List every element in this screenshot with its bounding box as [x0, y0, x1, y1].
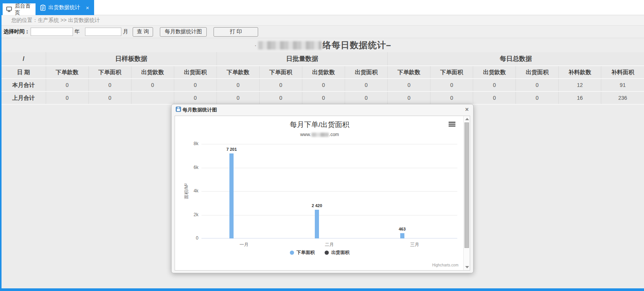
col-header: 下单面积: [259, 66, 302, 79]
gridline: [201, 168, 457, 168]
group-header: /: [2, 52, 46, 66]
cell: 0: [302, 79, 345, 91]
col-header: 出货面积: [174, 66, 217, 79]
y-axis-tick-labels: 02k4k6k8k: [175, 144, 198, 238]
tab-label: 后台首页: [15, 3, 36, 16]
col-header: 下单面积: [430, 66, 473, 79]
scrollbar-thumb[interactable]: [464, 122, 469, 248]
chart-bar[interactable]: [229, 153, 234, 238]
chart-bar[interactable]: [400, 233, 404, 238]
cell: 0: [388, 79, 430, 91]
col-header: 出货面积: [516, 66, 559, 79]
cell: 0: [430, 91, 473, 104]
cell: 0: [217, 79, 259, 91]
legend-item[interactable]: 出货面积: [325, 249, 350, 256]
gridline: [201, 215, 457, 215]
y-tick-label: 8k: [175, 141, 198, 146]
monthly-chart-button[interactable]: 每月数据统计图: [160, 27, 207, 37]
cell: 0: [473, 79, 516, 91]
category-label: 一月: [227, 241, 261, 248]
table-row-current-month: 本月合计 0 0 0 0 0 0 0 0 0 0 0 0 12 91: [2, 79, 644, 91]
chart-context-menu-icon[interactable]: [449, 122, 455, 127]
cell: 0: [174, 79, 217, 91]
cell: 0: [217, 91, 259, 104]
tab-shipping-stats[interactable]: 出货数据统计 ×: [36, 0, 94, 15]
scroll-up-icon[interactable]: [465, 118, 469, 120]
title-leading-char: ·: [254, 41, 257, 50]
cell: 0: [345, 79, 387, 91]
col-header: 出货款数: [302, 66, 345, 79]
bar-value-label: 7 201: [215, 147, 249, 152]
print-button[interactable]: 打 印: [214, 27, 258, 37]
time-select-label: 选择时间：: [3, 28, 30, 35]
col-header: 下单款数: [217, 66, 259, 79]
chart-bar[interactable]: [315, 210, 319, 238]
cell: 12: [559, 79, 601, 91]
cell: 0: [516, 79, 559, 91]
dialog-close-icon[interactable]: ×: [465, 107, 469, 113]
cell: 0: [88, 79, 131, 91]
cell: 0: [46, 79, 88, 91]
cell: 0: [174, 91, 217, 104]
bar-value-label: 463: [385, 227, 419, 231]
cell: 0: [302, 91, 345, 104]
year-input[interactable]: [31, 28, 73, 36]
redacted-domain: [311, 133, 329, 137]
cell: 91: [601, 79, 644, 91]
chart-title: 每月下单/出货面积: [175, 120, 464, 130]
cell: 236: [601, 91, 644, 104]
dialog-scrollbar[interactable]: [463, 116, 470, 270]
group-header-batch: 日批量数据: [217, 52, 387, 66]
chart-container: 每月下单/出货面积 www..com 面积/M² 02k4k6k8k 7 201…: [175, 116, 470, 271]
table-column-header-row: 日 期 下单款数 下单面积 出货款数 出货面积 下单款数 下单面积 出货款数 出…: [2, 66, 644, 79]
subtitle-prefix: www.: [300, 132, 311, 137]
bar-value-label: 2 420: [300, 203, 334, 208]
col-header: 补料面积: [601, 66, 644, 79]
filter-bar: 选择时间： 年 月 查 询 每月数据统计图 打 印: [2, 26, 644, 38]
chart-plot-area: 7 201一月2 420二月463三月: [201, 144, 457, 238]
cell: 16: [559, 91, 601, 104]
page-title-row: · 络每日数据统计–: [2, 38, 644, 52]
legend-item[interactable]: 下单面积: [290, 249, 315, 256]
app-window: 后台首页 出货数据统计 × 您的位置：生产系统 >> 出货数据统计 选择时间： …: [0, 0, 644, 291]
col-header: 出货款数: [473, 66, 516, 79]
col-header: 下单款数: [46, 66, 88, 79]
cell: 0: [88, 91, 131, 104]
dialog-header[interactable]: 每月数据统计图 ×: [172, 104, 473, 116]
cell: 0: [345, 91, 387, 104]
cell: 0: [473, 91, 516, 104]
daily-data-table: / 日样板数据 日批量数据 每日总数据 日 期 下单款数 下单面积 出货款数 出…: [2, 52, 644, 105]
legend-dot: [325, 251, 329, 255]
col-header: 下单面积: [88, 66, 131, 79]
legend-dot: [290, 251, 294, 255]
col-header: 下单款数: [388, 66, 430, 79]
chart-legend: 下单面积出货面积: [175, 249, 464, 256]
year-suffix-label: 年: [74, 28, 80, 35]
tab-backend-home[interactable]: 后台首页: [3, 3, 36, 15]
clipboard-icon: [40, 5, 46, 11]
tab-close-icon[interactable]: ×: [86, 5, 89, 11]
cell: 0: [430, 79, 473, 91]
subtitle-suffix: .com: [329, 132, 339, 137]
col-header: 补料款数: [559, 66, 601, 79]
query-button[interactable]: 查 询: [133, 27, 153, 37]
gridline: [201, 191, 457, 192]
legend-label: 出货面积: [331, 249, 350, 256]
breadcrumb: 您的位置：生产系统 >> 出货数据统计: [2, 15, 644, 26]
cell: 0: [131, 79, 174, 91]
month-input[interactable]: [85, 28, 121, 36]
row-label: 上月合计: [2, 91, 46, 104]
table-group-header-row: / 日样板数据 日批量数据 每日总数据: [2, 52, 644, 66]
group-header-sample: 日样板数据: [46, 52, 217, 66]
monitor-icon: [6, 6, 12, 12]
scroll-down-icon[interactable]: [465, 266, 469, 268]
category-label: 三月: [398, 241, 432, 248]
legend-label: 下单面积: [297, 249, 315, 256]
cell: 0: [516, 91, 559, 104]
bottom-accent-border: [0, 288, 644, 291]
redacted-company-name: [258, 41, 322, 50]
month-suffix-label: 月: [123, 28, 128, 35]
page-title: 络每日数据统计–: [322, 39, 391, 51]
group-header-total: 每日总数据: [388, 52, 644, 66]
monthly-chart-dialog: 每月数据统计图 × 每月下单/出货面积 www..com 面积/M² 02k4k…: [171, 104, 474, 273]
